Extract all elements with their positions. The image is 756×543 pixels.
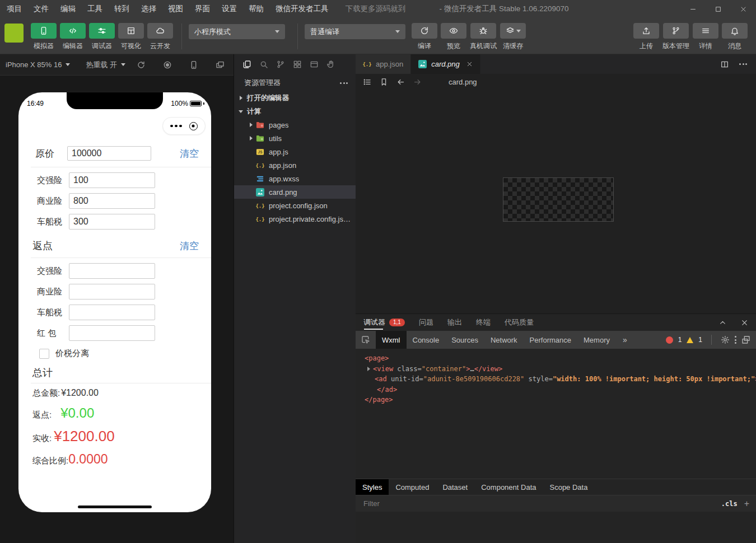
styles-tab[interactable]: Component Data [474,479,543,495]
extensions-icon[interactable] [293,60,302,69]
menu-item[interactable]: 设置 [222,4,237,14]
sliders-icon[interactable] [89,23,115,39]
clear-link[interactable]: 清空 [180,240,199,252]
more-tabs-icon[interactable]: » [616,335,634,344]
rebate-field-input[interactable] [69,305,155,320]
branch-icon[interactable] [663,23,689,39]
toolbar-action[interactable]: 上传 [633,23,659,51]
avatar[interactable] [4,24,24,43]
close-button[interactable] [731,0,756,18]
insurance-field-input[interactable] [69,172,155,188]
editor-tab[interactable]: {.}app.json [356,54,411,74]
new-style-rule-button[interactable]: + [744,499,749,508]
git-branch-icon[interactable] [276,60,285,69]
editor-tab[interactable]: card.png [411,54,480,74]
close-panel-icon[interactable] [741,319,748,326]
close-target-icon[interactable] [189,122,198,130]
menu-item[interactable]: 界面 [195,4,210,14]
menu-item[interactable]: 编辑 [60,4,76,14]
menu-item[interactable]: 工具 [87,4,102,14]
forward-arrow-icon[interactable] [413,78,422,86]
file-tree-item[interactable]: card.png [234,185,356,199]
upload-icon[interactable] [633,23,659,39]
file-tree-item[interactable]: JSapp.js [234,145,356,158]
back-arrow-icon[interactable] [396,78,405,86]
dock-side-icon[interactable] [741,335,750,344]
toolbar-action[interactable]: 真机调试 [470,23,497,51]
code-icon[interactable] [60,23,86,39]
toolbar-toggle[interactable]: 调试器 [89,23,115,51]
error-icon[interactable] [666,336,673,344]
layers-icon[interactable] [500,23,526,39]
add-class-button[interactable]: .cls [721,500,738,508]
panel-tab[interactable]: 问题 [419,314,433,331]
compile-select[interactable]: 普通编译 [305,24,405,39]
toolbar-action[interactable]: 版本管理 [662,23,689,51]
record-icon[interactable] [163,60,172,69]
insurance-field-input[interactable] [69,214,155,230]
panel-tab[interactable]: 调试器1,1 [363,314,405,331]
collapse-panel-icon[interactable] [719,319,726,326]
rotate-icon[interactable] [137,60,146,69]
phone-icon[interactable] [31,23,57,39]
panel-tab[interactable]: 代码质量 [505,314,534,331]
eye-icon[interactable] [441,23,466,39]
file-tree-item[interactable]: {.}app.json [234,158,356,172]
hot-reload-toggle[interactable]: 热重载 开 [86,60,125,70]
file-tree-item[interactable]: {.}project.private.config.js… [234,212,356,226]
panel-tab[interactable]: 终端 [476,314,491,331]
window-icon[interactable] [310,60,319,69]
devtools-tab[interactable]: Network [484,331,524,349]
refresh-icon[interactable] [412,23,437,39]
devtools-tab[interactable]: Wxml [376,331,407,349]
warning-count[interactable]: 1 [698,336,702,344]
styles-tab[interactable]: Dataset [436,479,474,495]
devtools-tab[interactable]: Performance [524,331,577,349]
menu-item[interactable]: 帮助 [249,4,264,14]
file-tree-item[interactable]: app.wxss [234,172,356,185]
panel-tab[interactable]: 输出 [447,314,462,331]
toolbar-action[interactable]: 清缓存 [500,23,526,51]
tree-section[interactable]: 计算 [234,105,356,118]
devtools-tab[interactable]: Memory [577,331,616,349]
miniprogram-capsule[interactable] [162,117,206,135]
styles-tab[interactable]: Computed [389,479,436,495]
grid-icon[interactable] [118,23,144,39]
minimize-button[interactable] [680,0,706,18]
rebate-field-input[interactable] [69,263,155,279]
inspect-element-icon[interactable] [356,335,376,344]
search-icon[interactable] [259,60,268,69]
more-actions-icon[interactable] [340,82,348,84]
bell-icon[interactable] [722,23,748,39]
tree-section[interactable]: 打开的编辑器 [234,91,356,105]
insurance-field-input[interactable] [69,193,155,209]
bug-icon[interactable] [470,23,496,39]
wxml-code-view[interactable]: <page><view class="container">…</view><a… [356,349,756,479]
hand-icon[interactable] [326,60,335,69]
menu-item[interactable]: 微信开发者工具 [276,4,329,14]
clear-link[interactable]: 清空 [180,147,199,160]
menu-item[interactable]: 选择 [141,4,156,14]
toolbar-action[interactable]: 编译 [412,23,437,51]
device-select[interactable]: iPhone X 85% 16 [6,60,70,69]
menu-item[interactable]: 文件 [34,4,49,14]
menu-icon[interactable] [693,23,718,39]
expand-arrow-icon[interactable] [367,367,370,371]
file-tree-item[interactable]: utils [234,132,356,145]
toolbar-action[interactable]: 预览 [441,23,466,51]
devtools-tab[interactable]: Console [407,331,446,349]
bookmark-icon[interactable] [380,78,388,86]
toolbar-toggle[interactable]: 可视化 [118,23,144,51]
more-dots-icon[interactable] [170,125,182,128]
menu-item[interactable]: 项目 [7,4,22,14]
file-tree-item[interactable]: {.}project.config.json [234,199,356,212]
toolbar-action[interactable]: 消息 [722,23,748,51]
menu-item[interactable]: 视图 [168,4,183,14]
toolbar-toggle[interactable]: 模拟器 [31,23,57,51]
rebate-field-input[interactable] [69,284,155,299]
rebate-field-input[interactable] [69,325,155,341]
mode-select[interactable]: 小程序模式 [189,24,285,39]
breadcrumb[interactable]: card.png [430,78,477,86]
devtools-tab[interactable]: Sources [445,331,484,349]
toolbar-toggle[interactable]: 云开发 [147,23,173,51]
